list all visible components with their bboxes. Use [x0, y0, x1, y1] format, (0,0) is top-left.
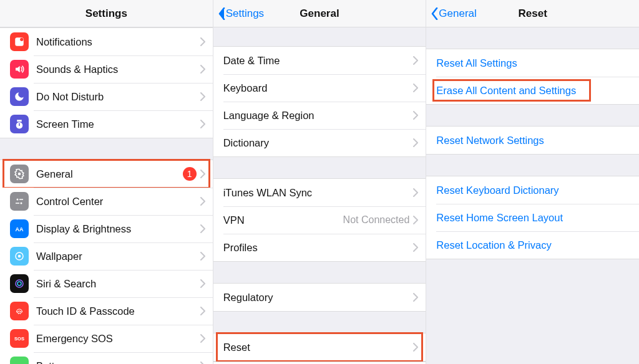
chevron-right-icon [413, 343, 418, 352]
chevron-right-icon [200, 334, 205, 343]
settings-row-control-center[interactable]: Control Center [0, 188, 213, 215]
chevron-right-icon [200, 37, 205, 46]
row-label: iTunes WLAN Sync [223, 187, 414, 199]
row-label: Reset Keyboard Dictionary [436, 184, 632, 196]
settings-row-sounds-haptics[interactable]: Sounds & Haptics [0, 55, 213, 83]
general-row-reset[interactable]: Reset [213, 333, 426, 361]
row-label: Reset [223, 342, 414, 353]
battery-icon [10, 357, 29, 364]
chevron-right-icon [200, 362, 205, 364]
back-to-general[interactable]: General [426, 7, 476, 20]
reset-pane: General Reset Reset All SettingsErase Al… [426, 0, 639, 364]
reset-row-reset-all-settings[interactable]: Reset All Settings [426, 49, 639, 77]
control-icon [10, 192, 29, 211]
reset-row-reset-home-screen-layout[interactable]: Reset Home Screen Layout [426, 204, 639, 231]
chevron-right-icon [413, 293, 418, 302]
shut-down-button[interactable]: Shut Down [213, 362, 426, 364]
chevron-right-icon [413, 216, 418, 224]
chevron-right-icon [200, 92, 205, 101]
back-to-settings[interactable]: Settings [213, 7, 264, 20]
chevron-right-icon [413, 188, 418, 197]
back-general-label: General [439, 7, 476, 20]
chevron-right-icon [413, 138, 418, 147]
row-label: Sounds & Haptics [36, 64, 200, 75]
row-label: Notifications [36, 36, 200, 48]
svg-rect-2 [19, 123, 20, 127]
three-pane-layout: Settings NotificationsSounds & HapticsDo… [0, 0, 639, 364]
chevron-right-icon [200, 65, 205, 74]
row-label: Regulatory [223, 292, 414, 304]
settings-row-do-not-disturb[interactable]: Do Not Disturb [0, 83, 213, 110]
general-row-dictionary[interactable]: Dictionary [213, 129, 426, 156]
chevron-right-icon [413, 84, 418, 92]
chevron-right-icon [413, 56, 418, 65]
chevron-left-icon [430, 7, 439, 20]
settings-row-touch-id-passcode[interactable]: Touch ID & Passcode [0, 297, 213, 325]
general-row-keyboard[interactable]: Keyboard [213, 74, 426, 102]
row-label: General [36, 168, 183, 180]
svg-point-12 [17, 282, 21, 285]
reset-navbar: General Reset [426, 0, 639, 27]
row-label: Screen Time [36, 118, 200, 130]
chevron-right-icon [200, 170, 205, 178]
reset-row-reset-network-settings[interactable]: Reset Network Settings [426, 127, 639, 154]
settings-row-notifications[interactable]: Notifications [0, 28, 213, 55]
row-label: Reset Location & Privacy [436, 239, 632, 251]
dnd-icon [10, 87, 29, 106]
row-label: Language & Region [223, 110, 414, 122]
general-row-regulatory[interactable]: Regulatory [213, 284, 426, 311]
general-row-profiles[interactable]: Profiles [213, 234, 426, 261]
chevron-right-icon [200, 120, 205, 128]
sos-icon: SOS [10, 329, 29, 348]
general-list: Date & TimeKeyboardLanguage & RegionDict… [213, 27, 426, 364]
chevron-right-icon [200, 224, 205, 233]
chevron-right-icon [200, 307, 205, 315]
reset-row-reset-location-privacy[interactable]: Reset Location & Privacy [426, 231, 639, 259]
settings-row-display-brightness[interactable]: AADisplay & Brightness [0, 215, 213, 242]
siri-icon [10, 274, 29, 293]
row-label: Wallpaper [36, 251, 200, 262]
row-label: Do Not Disturb [36, 91, 200, 103]
general-pane: Settings General Date & TimeKeyboardLang… [213, 0, 427, 364]
svg-text:SOS: SOS [14, 336, 24, 342]
settings-row-emergency-sos[interactable]: SOSEmergency SOS [0, 325, 213, 352]
row-label: VPN [223, 214, 343, 226]
chevron-left-icon [217, 7, 226, 20]
general-row-itunes-wlan-sync[interactable]: iTunes WLAN Sync [213, 179, 426, 206]
svg-rect-7 [16, 203, 19, 204]
display-icon: AA [10, 219, 29, 238]
screentime-icon [10, 115, 29, 133]
settings-title: Settings [0, 7, 213, 20]
row-label: Siri & Search [36, 278, 200, 290]
svg-rect-5 [19, 199, 23, 200]
reset-row-erase-all-content-and-settings[interactable]: Erase All Content and Settings [426, 77, 639, 104]
svg-point-4 [17, 199, 19, 201]
general-row-language-region[interactable]: Language & Region [213, 102, 426, 129]
svg-point-11 [16, 280, 23, 287]
row-label: Battery [36, 360, 200, 365]
reset-list: Reset All SettingsErase All Content and … [426, 27, 639, 364]
wallpaper-icon [10, 247, 29, 266]
settings-row-general[interactable]: General1 [0, 160, 213, 188]
reset-row-reset-keyboard-dictionary[interactable]: Reset Keyboard Dictionary [426, 176, 639, 204]
touchid-icon [10, 302, 29, 320]
row-label: Emergency SOS [36, 333, 200, 345]
row-label: Touch ID & Passcode [36, 305, 200, 317]
back-settings-label: Settings [226, 7, 264, 20]
chevron-right-icon [200, 197, 205, 206]
settings-row-wallpaper[interactable]: Wallpaper [0, 242, 213, 270]
settings-row-screen-time[interactable]: Screen Time [0, 110, 213, 138]
general-row-vpn[interactable]: VPNNot Connected [213, 206, 426, 234]
settings-row-battery[interactable]: Battery [0, 352, 213, 364]
row-label: Reset Network Settings [436, 135, 632, 146]
row-label: Reset All Settings [436, 57, 632, 69]
settings-list: NotificationsSounds & HapticsDo Not Dist… [0, 27, 213, 364]
general-row-date-time[interactable]: Date & Time [213, 47, 426, 74]
notifications-icon [10, 32, 29, 51]
chevron-right-icon [200, 252, 205, 261]
row-label: Reset Home Screen Layout [436, 212, 632, 224]
row-label: Dictionary [223, 137, 414, 149]
settings-row-siri-search[interactable]: Siri & Search [0, 270, 213, 297]
svg-text:AA: AA [16, 226, 24, 232]
chevron-right-icon [200, 279, 205, 288]
